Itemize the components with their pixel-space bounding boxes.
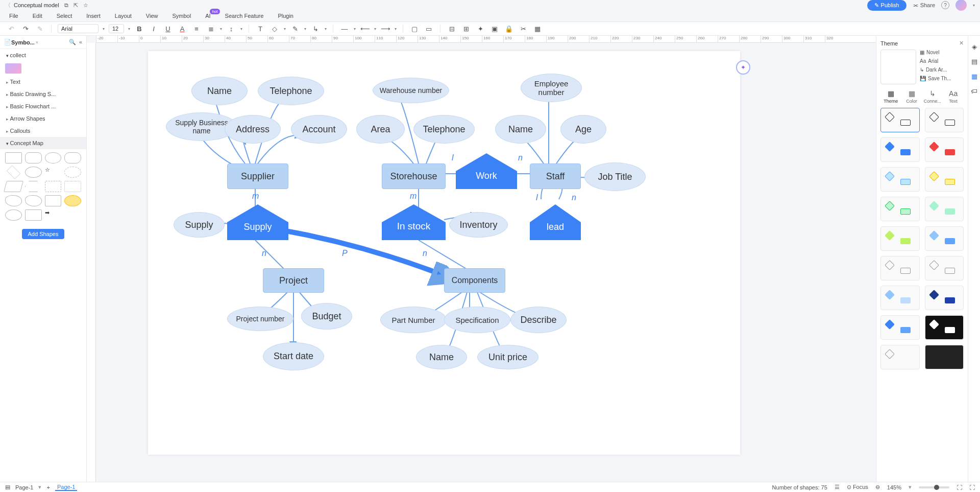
theme-item[interactable] xyxy=(925,256,964,280)
bold-icon[interactable]: B xyxy=(134,24,144,34)
star-icon[interactable]: ☆ xyxy=(83,2,88,9)
size-select[interactable]: 12 xyxy=(109,24,124,33)
shape-hexagon[interactable] xyxy=(25,181,42,192)
brush-icon[interactable]: ✎ xyxy=(35,24,45,34)
fit-icon[interactable]: ⛶ xyxy=(957,484,962,490)
italic-icon[interactable]: I xyxy=(149,24,159,34)
section-text[interactable]: Text xyxy=(0,76,86,88)
menu-file[interactable]: File xyxy=(9,13,18,19)
shape-diamond[interactable] xyxy=(7,165,20,179)
entity-components[interactable]: Components xyxy=(444,268,505,293)
strip-theme-icon[interactable]: ▦ xyxy=(971,73,977,80)
shape-cloud[interactable] xyxy=(5,195,22,206)
theme-item[interactable] xyxy=(880,226,920,251)
back-icon[interactable]: 〈 xyxy=(5,2,11,9)
font-color-icon[interactable]: A xyxy=(177,24,187,34)
theme-item[interactable] xyxy=(925,108,964,132)
attr-projnum[interactable]: Project number xyxy=(227,307,293,331)
group-icon[interactable]: ▣ xyxy=(489,24,500,34)
opt-dark[interactable]: ↳Dark Ar... xyxy=(920,67,951,73)
focus-button[interactable]: ⊙ Focus xyxy=(847,484,868,490)
redo-icon[interactable]: ↷ xyxy=(20,24,31,34)
rel-lead[interactable]: lead xyxy=(530,204,581,240)
close-theme-icon[interactable]: ✕ xyxy=(959,40,964,46)
menu-edit[interactable]: Edit xyxy=(33,13,42,19)
theme-item[interactable] xyxy=(925,137,964,162)
arrow-end-icon[interactable]: ⟶ xyxy=(380,24,390,34)
attr-partnum[interactable]: Part Number xyxy=(380,307,447,333)
attr-startdate[interactable]: Start date xyxy=(263,342,324,370)
page-tab[interactable]: Page-1 xyxy=(55,484,77,491)
halign-icon[interactable]: ≣ xyxy=(206,24,216,34)
theme-item[interactable] xyxy=(925,345,964,369)
pages-icon[interactable]: ▤ xyxy=(5,484,10,490)
section-concept-map[interactable]: Concept Map xyxy=(0,137,86,149)
line-icon[interactable]: ✎ xyxy=(290,24,300,34)
menu-insert[interactable]: Insert xyxy=(86,13,101,19)
shape-dashed-circle[interactable] xyxy=(64,167,81,178)
entity-project[interactable]: Project xyxy=(263,268,324,293)
lock-icon[interactable]: 🔒 xyxy=(504,24,514,34)
attr-name[interactable]: Name xyxy=(191,77,248,105)
help-icon[interactable]: ? xyxy=(941,1,949,9)
add-shapes-button[interactable]: Add Shapes xyxy=(22,229,65,239)
theme-item[interactable] xyxy=(925,197,964,221)
rel-supply[interactable]: Supply xyxy=(227,204,288,240)
attr-address[interactable]: Address xyxy=(225,115,281,144)
theme-item[interactable] xyxy=(880,315,920,340)
opt-novel[interactable]: ▦Novel xyxy=(920,50,951,55)
section-basic-flowchart[interactable]: Basic Flowchart ... xyxy=(0,100,86,112)
menu-view[interactable]: View xyxy=(146,13,158,19)
valign-icon[interactable]: ≡ xyxy=(191,24,202,34)
page-select[interactable]: Page-1 xyxy=(15,484,33,490)
canvas[interactable]: -20-100102030405060708090100110120130140… xyxy=(87,36,876,482)
attr-describe[interactable]: Describe xyxy=(510,307,567,333)
open-icon[interactable]: ⧉ xyxy=(64,2,68,9)
shape-round-rect[interactable] xyxy=(25,152,42,163)
arrow-start-icon[interactable]: ⟵ xyxy=(360,24,370,34)
search-icon[interactable]: 🔍 xyxy=(69,39,76,45)
theme-item[interactable] xyxy=(880,167,920,192)
attr-supply[interactable]: Supply xyxy=(174,212,225,238)
connector-icon[interactable]: ↳ xyxy=(310,24,321,34)
shape-bubble[interactable] xyxy=(64,195,81,206)
rel-instock[interactable]: In stock xyxy=(382,204,446,240)
menu-symbol[interactable]: Symbol xyxy=(172,13,191,19)
shape-cloud2[interactable] xyxy=(25,195,42,206)
strip-bookmark-icon[interactable]: 🏷 xyxy=(971,87,977,95)
collect-thumb[interactable] xyxy=(5,63,21,74)
attr-age[interactable]: Age xyxy=(560,115,606,144)
shape-ellipse[interactable] xyxy=(45,152,62,163)
shape-card[interactable] xyxy=(45,195,62,206)
attr-name3[interactable]: Name xyxy=(416,345,467,369)
tab-color[interactable]: ▦Color xyxy=(901,89,922,104)
image-icon[interactable]: ▭ xyxy=(424,24,434,34)
theme-item[interactable] xyxy=(880,137,920,162)
shape-dotted[interactable] xyxy=(64,181,81,192)
entity-staff[interactable]: Staff xyxy=(530,163,581,189)
spacing-icon[interactable]: ↕ xyxy=(226,24,236,34)
entity-supplier[interactable]: Supplier xyxy=(227,163,288,189)
opt-font[interactable]: AaArial xyxy=(920,58,951,64)
opt-save[interactable]: 💾Save Th... xyxy=(920,76,951,81)
align-icon[interactable]: ⊟ xyxy=(447,24,457,34)
attr-spec[interactable]: Specification xyxy=(444,307,510,333)
theme-item[interactable] xyxy=(925,286,964,310)
theme-item[interactable] xyxy=(880,286,920,310)
shape-circle[interactable] xyxy=(25,167,42,178)
effects-icon[interactable]: ✦ xyxy=(475,24,485,34)
menu-layout[interactable]: Layout xyxy=(115,13,132,19)
strip-cursor-icon[interactable]: ◈ xyxy=(972,43,977,51)
shape-parallelogram[interactable] xyxy=(4,181,23,192)
theme-item[interactable] xyxy=(880,197,920,221)
section-collect[interactable]: collect xyxy=(0,49,86,61)
shape-pill[interactable] xyxy=(64,152,81,163)
table-icon[interactable]: ▦ xyxy=(532,24,543,34)
attr-warehouse[interactable]: Warehouse number xyxy=(373,78,449,103)
shape-callout[interactable] xyxy=(25,209,42,221)
attr-budget[interactable]: Budget xyxy=(301,303,352,330)
strip-layers-icon[interactable]: ▤ xyxy=(971,58,977,65)
shape-thought[interactable] xyxy=(5,209,22,221)
attr-name2[interactable]: Name xyxy=(495,115,546,144)
paper[interactable]: ✦ xyxy=(148,51,740,455)
